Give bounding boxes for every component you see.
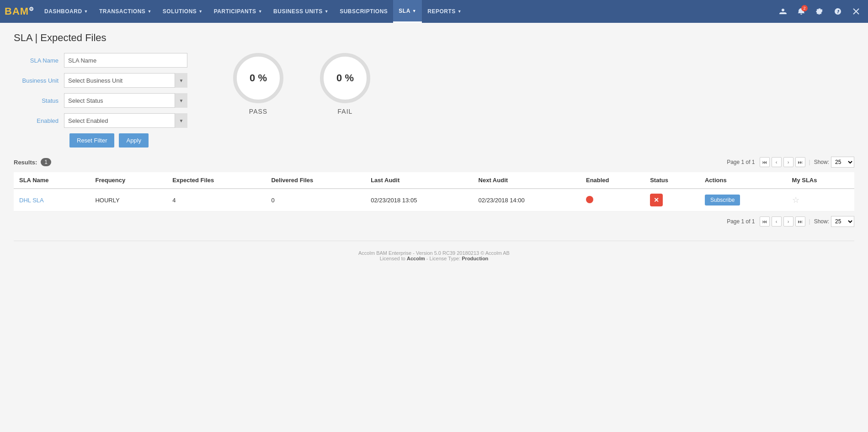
filter-sla-name-row: SLA Name	[14, 53, 187, 68]
nav-transactions-arrow: ▼	[147, 9, 151, 14]
reset-filter-button[interactable]: Reset Filter	[69, 133, 114, 148]
gauge-fail-label: FAIL	[338, 108, 353, 115]
status-label: Status	[14, 97, 64, 104]
cell-expected-files: 4	[167, 189, 266, 211]
cell-next-audit: 02/23/2018 14:00	[473, 189, 580, 211]
nav-solutions-arrow: ▼	[198, 9, 202, 14]
gear-icon-btn[interactable]	[812, 4, 827, 19]
nav-dashboard[interactable]: DASHBOARD ▼	[39, 0, 94, 23]
nav-reports-arrow: ▼	[458, 9, 462, 14]
enabled-label: Enabled	[14, 117, 64, 124]
table-row: DHL SLA HOURLY 4 0 02/23/2018 13:05 02/2…	[14, 189, 854, 211]
cell-actions: Subscribe	[699, 189, 787, 211]
page-info-bottom: Page 1 of 1	[727, 218, 755, 225]
nav-sla-arrow: ▼	[412, 9, 416, 13]
results-bar-bottom: Page 1 of 1 ⏮ ‹ › ⏭ | Show: 25 50 100	[14, 216, 854, 227]
gauge-fail-circle: 0 %	[320, 53, 370, 103]
gauge-fail: 0 % FAIL	[320, 53, 370, 115]
prev-page-bottom[interactable]: ‹	[772, 216, 782, 227]
sla-name-input[interactable]	[64, 53, 187, 68]
apply-button[interactable]: Apply	[119, 133, 149, 148]
status-select-wrapper: Select Status ▼	[64, 93, 187, 108]
enabled-select-wrapper: Select Enabled ▼	[64, 113, 187, 128]
filter-panel: SLA Name Business Unit Select Business U…	[14, 53, 854, 148]
page-footer: Accolm BAM Enterprise - Version 5.0 RC39…	[14, 241, 854, 270]
filter-status-row: Status Select Status ▼	[14, 93, 187, 108]
nav-transactions[interactable]: TRANSACTIONS ▼	[94, 0, 157, 23]
col-frequency: Frequency	[90, 172, 167, 189]
data-table: SLA Name Frequency Expected Files Delive…	[14, 172, 854, 211]
status-select[interactable]: Select Status	[64, 93, 187, 108]
status-x-icon: ✕	[650, 194, 663, 206]
footer-company: Accolm	[407, 256, 425, 261]
filter-business-unit-row: Business Unit Select Business Unit ▼	[14, 73, 187, 88]
page-content: SLA | Expected Files SLA Name Business U…	[0, 23, 868, 279]
bell-icon-btn[interactable]: 2	[794, 4, 809, 19]
col-actions: Actions	[699, 172, 787, 189]
business-unit-select-wrapper: Select Business Unit ▼	[64, 73, 187, 88]
enabled-red-dot-icon	[586, 196, 593, 203]
nav-business-units-arrow: ▼	[325, 9, 329, 14]
footer-license-type: Production	[462, 256, 488, 261]
business-unit-select[interactable]: Select Business Unit	[64, 73, 187, 88]
col-last-audit: Last Audit	[365, 172, 473, 189]
table-header-row: SLA Name Frequency Expected Files Delive…	[14, 172, 854, 189]
filter-left: SLA Name Business Unit Select Business U…	[14, 53, 187, 148]
cell-delivered-files: 0	[266, 189, 365, 211]
cell-frequency: HOURLY	[90, 189, 167, 211]
user-icon-btn[interactable]	[776, 4, 790, 19]
col-delivered-files: Delivered Files	[266, 172, 365, 189]
pag-divider-bottom: |	[809, 218, 810, 225]
nav-participants[interactable]: PARTICIPANTS ▼	[208, 0, 268, 23]
nav-reports[interactable]: REPORTS ▼	[422, 0, 467, 23]
next-page-bottom[interactable]: ›	[783, 216, 793, 227]
help-icon-btn[interactable]	[831, 4, 845, 19]
gauge-pass-circle: 0 %	[233, 53, 283, 103]
cell-last-audit: 02/23/2018 13:05	[365, 189, 473, 211]
pag-divider-top: |	[809, 159, 810, 165]
nav-solutions[interactable]: SOLUTIONS ▼	[157, 0, 208, 23]
next-page-top[interactable]: ›	[783, 157, 793, 167]
enabled-select[interactable]: Select Enabled	[64, 113, 187, 128]
nav-icons: 2	[776, 4, 863, 19]
star-icon[interactable]: ☆	[792, 195, 799, 205]
cell-enabled	[580, 189, 644, 211]
col-enabled: Enabled	[580, 172, 644, 189]
subscribe-button[interactable]: Subscribe	[705, 195, 740, 205]
notification-badge: 2	[801, 5, 808, 11]
results-label: Results:	[14, 159, 37, 166]
sla-name-link[interactable]: DHL SLA	[19, 197, 44, 204]
col-next-audit: Next Audit	[473, 172, 580, 189]
show-select-top[interactable]: 25 50 100	[831, 157, 854, 168]
col-status: Status	[644, 172, 699, 189]
first-page-bottom[interactable]: ⏮	[760, 216, 770, 227]
brand-logo[interactable]: BAM⚙	[5, 5, 34, 17]
nav-items: DASHBOARD ▼ TRANSACTIONS ▼ SOLUTIONS ▼ P…	[39, 0, 776, 23]
last-page-top[interactable]: ⏭	[795, 157, 805, 167]
col-expected-files: Expected Files	[167, 172, 266, 189]
table-body: DHL SLA HOURLY 4 0 02/23/2018 13:05 02/2…	[14, 189, 854, 211]
cell-sla-name: DHL SLA	[14, 189, 90, 211]
navbar: BAM⚙ DASHBOARD ▼ TRANSACTIONS ▼ SOLUTION…	[0, 0, 868, 23]
cell-my-slas: ☆	[787, 189, 854, 211]
table-header: SLA Name Frequency Expected Files Delive…	[14, 172, 854, 189]
nav-sla[interactable]: SLA ▼	[393, 0, 422, 23]
nav-business-units[interactable]: BUSINESS UNITS ▼	[268, 0, 334, 23]
close-icon-btn[interactable]	[849, 4, 863, 19]
last-page-bottom[interactable]: ⏭	[795, 216, 805, 227]
gauge-area: 0 % PASS 0 % FAIL	[233, 53, 370, 115]
col-sla-name: SLA Name	[14, 172, 90, 189]
business-unit-label: Business Unit	[14, 77, 64, 84]
show-select-bottom[interactable]: 25 50 100	[831, 216, 854, 227]
gauge-pass: 0 % PASS	[233, 53, 283, 115]
nav-dashboard-arrow: ▼	[84, 9, 88, 14]
gauge-pass-label: PASS	[249, 108, 267, 115]
nav-subscriptions[interactable]: SUBSCRIPTIONS	[334, 0, 393, 23]
prev-page-top[interactable]: ‹	[772, 157, 782, 167]
results-bar-top: Results: 1 Page 1 of 1 ⏮ ‹ › ⏭ | Show: 2…	[14, 157, 854, 168]
pagination-bottom: Page 1 of 1 ⏮ ‹ › ⏭ | Show: 25 50 100	[727, 216, 854, 227]
first-page-top[interactable]: ⏮	[760, 157, 770, 167]
results-left: Results: 1	[14, 158, 51, 166]
filter-buttons: Reset Filter Apply	[69, 133, 187, 148]
col-my-slas: My SLAs	[787, 172, 854, 189]
